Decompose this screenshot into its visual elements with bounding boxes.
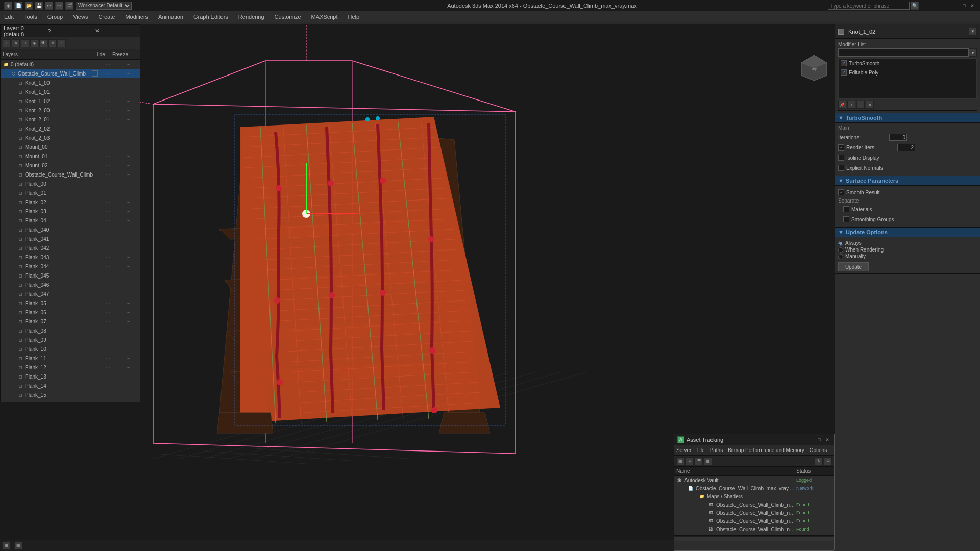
workspace-dropdown[interactable]: Workspace: Default <box>76 2 132 10</box>
surface-params-header[interactable]: ▼ Surface Parameters <box>835 176 980 186</box>
menu-help[interactable]: Help <box>346 13 362 21</box>
layer-hide-btn[interactable]: 👁 <box>39 39 47 47</box>
minimize-btn[interactable]: ─ <box>952 2 960 9</box>
menu-rendering[interactable]: Rendering <box>236 13 266 21</box>
always-radio-dot[interactable] <box>838 241 843 246</box>
layer-item[interactable]: ◻ Plank_041 ··· ··· <box>1 234 140 243</box>
menu-graph-editors[interactable]: Graph Editors <box>191 13 230 21</box>
layer-item[interactable]: ◻ Plank_14 ··· ··· <box>1 381 140 390</box>
layer-select-btn[interactable]: ◈ <box>30 39 38 47</box>
layer-item[interactable]: ◻ Plank_03 ··· ··· <box>1 207 140 216</box>
layer-item[interactable]: ◻ Plank_047 ··· ··· <box>1 289 140 298</box>
layer-item[interactable]: ◻ Plank_043 ··· ··· <box>1 253 140 262</box>
smooth-result-checkbox[interactable] <box>838 189 844 195</box>
layer-item[interactable]: ◻ Plank_07 ··· ··· <box>1 317 140 326</box>
layer-close-btn[interactable]: ✕ <box>95 28 137 34</box>
status-snap-btn[interactable]: ▦ <box>14 542 22 550</box>
layer-freeze-btn[interactable]: ❄ <box>48 39 57 47</box>
layer-item[interactable]: ◻ Knot_2_02 ··· ··· <box>1 124 140 133</box>
move-down-btn[interactable]: ↓ <box>856 101 865 109</box>
asset-list[interactable]: 🏛 Autodesk Vault Logged 📄 Obstacle_Cours… <box>674 476 834 535</box>
layer-item[interactable]: ◻ Plank_15 ··· ··· <box>1 390 140 399</box>
save-btn[interactable]: 💾 <box>35 2 43 10</box>
layer-item[interactable]: ◻ Plank_04 ··· ··· <box>1 216 140 225</box>
modifier-list-dropdown[interactable]: ▼ <box>969 48 977 57</box>
layer-help-btn[interactable]: ? <box>47 28 89 34</box>
when-rendering-radio-dot[interactable] <box>838 247 843 253</box>
asset-menu-options[interactable]: Options <box>810 447 827 453</box>
render-iters-checkbox[interactable] <box>838 144 844 151</box>
layer-add-btn[interactable]: + <box>21 39 29 47</box>
menu-customize[interactable]: Customize <box>273 13 303 21</box>
layer-item[interactable]: ◻ Plank_06 ··· ··· <box>1 308 140 317</box>
modifier-editablepoly-checkbox[interactable] <box>841 69 847 76</box>
open-btn[interactable]: 📂 <box>24 2 33 10</box>
delete-modifier-btn[interactable]: ✕ <box>866 101 874 109</box>
layer-item[interactable]: ◻ Knot_1_02 ··· ··· <box>1 96 140 106</box>
redo-btn[interactable]: ↪ <box>55 2 63 10</box>
asset-btn2[interactable]: ≡ <box>685 457 694 465</box>
explicit-normals-checkbox[interactable] <box>838 165 844 171</box>
layer-item[interactable]: ◻ Plank_042 ··· ··· <box>1 243 140 253</box>
manually-radio[interactable]: Manually <box>838 254 977 259</box>
menu-animation[interactable]: Animation <box>156 13 185 21</box>
asset-btn3[interactable]: ☰ <box>695 457 703 465</box>
modifier-turbosmoothitem[interactable]: TurboSmooth <box>839 59 976 68</box>
asset-maximize-btn[interactable]: □ <box>816 436 823 443</box>
layer-item[interactable]: ◻ Mount_00 ··· ··· <box>1 142 140 152</box>
new-btn[interactable]: 📄 <box>14 2 22 10</box>
asset-item[interactable]: 🖼 Obstacle_Course_Wall_Climb_new_ior.png… <box>674 517 834 525</box>
manually-radio-dot[interactable] <box>838 254 843 259</box>
layer-item[interactable]: ◻ Plank_11 ··· ··· <box>1 354 140 363</box>
maximize-btn[interactable]: □ <box>961 2 968 9</box>
modifier-editablepoly-item[interactable]: Editable Poly <box>839 68 976 77</box>
search-input[interactable] <box>828 2 910 10</box>
layer-item[interactable]: ⬡ Obstacle_Course_Wall_Climb ··· ··· <box>1 69 140 78</box>
layer-item[interactable]: ◻ Plank_10 ··· ··· <box>1 344 140 354</box>
menu-modifiers[interactable]: Modifiers <box>123 13 150 21</box>
layer-item[interactable]: ◻ Plank_12 ··· ··· <box>1 363 140 372</box>
layer-item[interactable]: ◻ Mount_02 ··· ··· <box>1 161 140 170</box>
asset-menu-paths[interactable]: Paths <box>710 447 723 453</box>
menu-create[interactable]: Create <box>96 13 117 21</box>
asset-menu-bitmap[interactable]: Bitmap Performance and Memory <box>728 447 804 453</box>
layer-delete-btn[interactable]: ✕ <box>12 39 20 47</box>
menu-group[interactable]: Group <box>45 13 65 21</box>
asset-close-btn[interactable]: ✕ <box>824 436 831 443</box>
layer-item[interactable]: ◻ Plank_044 ··· ··· <box>1 262 140 271</box>
asset-menu-server[interactable]: Server <box>676 447 691 453</box>
asset-item[interactable]: 🏛 Autodesk Vault Logged <box>674 476 834 484</box>
layer-item[interactable]: ◻ Obstacle_Course_Wall_Climb ··· ··· <box>1 170 140 179</box>
layer-item[interactable]: ◻ Plank_045 ··· ··· <box>1 271 140 280</box>
asset-item[interactable]: 📁 Maps / Shaders <box>674 492 834 500</box>
layer-item[interactable]: ◻ Plank_01 ··· ··· <box>1 188 140 197</box>
asset-minimize-btn[interactable]: ─ <box>807 436 815 443</box>
when-rendering-radio[interactable]: When Rendering <box>838 247 977 253</box>
smoothing-groups-checkbox[interactable] <box>843 216 849 222</box>
search-icon[interactable]: 🔍 <box>911 2 919 10</box>
navigation-cube[interactable]: Top <box>799 53 829 83</box>
asset-item[interactable]: 🖼 Obstacle_Course_Wall_Climb_new_Normal.… <box>674 525 834 533</box>
layer-item[interactable]: ◻ Mount_01 ··· ··· <box>1 152 140 161</box>
layer-item[interactable]: ◻ Knot_2_01 ··· ··· <box>1 115 140 124</box>
undo-btn[interactable]: ↩ <box>45 2 53 10</box>
status-grid-btn[interactable]: ⊞ <box>2 542 10 550</box>
iterations-input[interactable] <box>889 134 907 141</box>
layer-item[interactable]: 📁 0 (default) ··· ··· <box>1 60 140 69</box>
layer-item[interactable]: ◻ Plank_13 ··· ··· <box>1 372 140 381</box>
materials-checkbox[interactable] <box>843 206 849 212</box>
layer-item[interactable]: ◻ Plank_08 ··· ··· <box>1 326 140 335</box>
modifier-list-search[interactable] <box>838 48 969 57</box>
update-options-header[interactable]: ▼ Update Options <box>835 228 980 237</box>
asset-item[interactable]: 🖼 Obstacle_Course_Wall_Climb_new_diffuse… <box>674 500 834 509</box>
close-btn[interactable]: ✕ <box>969 2 976 9</box>
asset-btn1[interactable]: ▦ <box>676 457 684 465</box>
modifier-list-items[interactable]: TurboSmooth Editable Poly <box>838 58 977 99</box>
asset-settings-btn[interactable]: ⚙ <box>824 457 832 465</box>
layer-list[interactable]: 📁 0 (default) ··· ··· ⬡ Obstacle_Course_… <box>1 60 140 400</box>
asset-item[interactable]: 📄 Obstacle_Course_Wall_Climb_max_vray.ma… <box>674 484 834 492</box>
layer-item[interactable]: ◻ Knot_1_00 ··· ··· <box>1 78 140 87</box>
render-setup-btn[interactable]: 🎬 <box>65 2 74 10</box>
modifier-turbosmooth-checkbox[interactable] <box>841 60 847 66</box>
layer-item[interactable]: ◻ Plank_00 ··· ··· <box>1 179 140 188</box>
